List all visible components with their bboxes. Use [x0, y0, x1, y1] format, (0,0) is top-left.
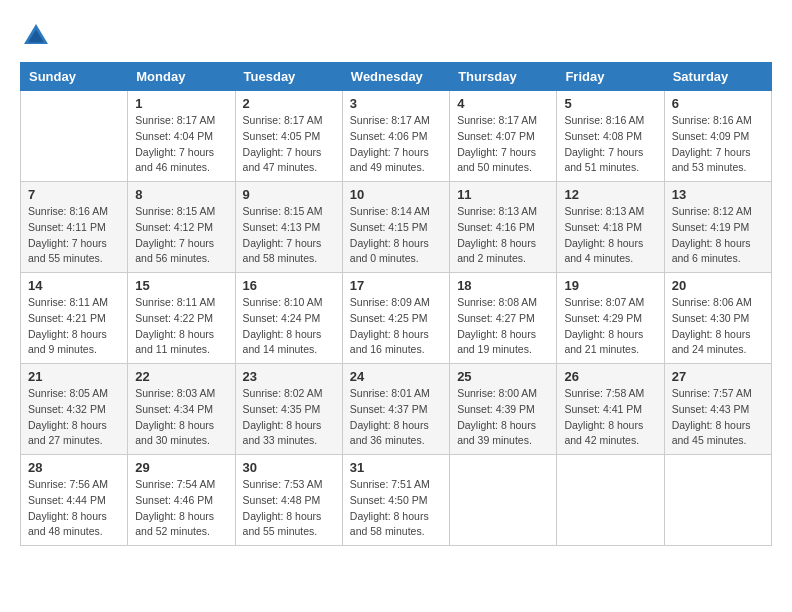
day-detail: Sunrise: 7:54 AMSunset: 4:46 PMDaylight:…	[135, 478, 215, 537]
table-cell: 9 Sunrise: 8:15 AMSunset: 4:13 PMDayligh…	[235, 182, 342, 273]
week-row-1: 1 Sunrise: 8:17 AMSunset: 4:04 PMDayligh…	[21, 91, 772, 182]
day-detail: Sunrise: 8:03 AMSunset: 4:34 PMDaylight:…	[135, 387, 215, 446]
day-detail: Sunrise: 7:51 AMSunset: 4:50 PMDaylight:…	[350, 478, 430, 537]
day-number: 12	[564, 187, 656, 202]
day-number: 15	[135, 278, 227, 293]
day-detail: Sunrise: 8:11 AMSunset: 4:21 PMDaylight:…	[28, 296, 108, 355]
day-detail: Sunrise: 8:17 AMSunset: 4:04 PMDaylight:…	[135, 114, 215, 173]
table-cell: 26 Sunrise: 7:58 AMSunset: 4:41 PMDaylig…	[557, 364, 664, 455]
day-detail: Sunrise: 8:12 AMSunset: 4:19 PMDaylight:…	[672, 205, 752, 264]
day-number: 28	[28, 460, 120, 475]
col-thursday: Thursday	[450, 63, 557, 91]
day-detail: Sunrise: 8:17 AMSunset: 4:05 PMDaylight:…	[243, 114, 323, 173]
table-cell: 6 Sunrise: 8:16 AMSunset: 4:09 PMDayligh…	[664, 91, 771, 182]
table-cell: 8 Sunrise: 8:15 AMSunset: 4:12 PMDayligh…	[128, 182, 235, 273]
table-cell: 17 Sunrise: 8:09 AMSunset: 4:25 PMDaylig…	[342, 273, 449, 364]
header-row: Sunday Monday Tuesday Wednesday Thursday…	[21, 63, 772, 91]
day-detail: Sunrise: 8:14 AMSunset: 4:15 PMDaylight:…	[350, 205, 430, 264]
day-number: 7	[28, 187, 120, 202]
table-cell: 18 Sunrise: 8:08 AMSunset: 4:27 PMDaylig…	[450, 273, 557, 364]
day-number: 25	[457, 369, 549, 384]
day-detail: Sunrise: 8:05 AMSunset: 4:32 PMDaylight:…	[28, 387, 108, 446]
day-detail: Sunrise: 8:10 AMSunset: 4:24 PMDaylight:…	[243, 296, 323, 355]
header	[20, 20, 772, 52]
table-cell: 13 Sunrise: 8:12 AMSunset: 4:19 PMDaylig…	[664, 182, 771, 273]
logo	[20, 20, 56, 52]
week-row-4: 21 Sunrise: 8:05 AMSunset: 4:32 PMDaylig…	[21, 364, 772, 455]
day-number: 5	[564, 96, 656, 111]
table-cell	[450, 455, 557, 546]
table-cell: 2 Sunrise: 8:17 AMSunset: 4:05 PMDayligh…	[235, 91, 342, 182]
table-cell	[557, 455, 664, 546]
day-number: 6	[672, 96, 764, 111]
day-number: 21	[28, 369, 120, 384]
table-cell: 10 Sunrise: 8:14 AMSunset: 4:15 PMDaylig…	[342, 182, 449, 273]
table-cell: 25 Sunrise: 8:00 AMSunset: 4:39 PMDaylig…	[450, 364, 557, 455]
day-number: 18	[457, 278, 549, 293]
table-cell: 19 Sunrise: 8:07 AMSunset: 4:29 PMDaylig…	[557, 273, 664, 364]
day-number: 23	[243, 369, 335, 384]
day-number: 20	[672, 278, 764, 293]
day-number: 13	[672, 187, 764, 202]
day-number: 16	[243, 278, 335, 293]
table-cell: 27 Sunrise: 7:57 AMSunset: 4:43 PMDaylig…	[664, 364, 771, 455]
day-number: 1	[135, 96, 227, 111]
day-number: 31	[350, 460, 442, 475]
day-detail: Sunrise: 8:13 AMSunset: 4:18 PMDaylight:…	[564, 205, 644, 264]
day-detail: Sunrise: 7:58 AMSunset: 4:41 PMDaylight:…	[564, 387, 644, 446]
table-cell: 31 Sunrise: 7:51 AMSunset: 4:50 PMDaylig…	[342, 455, 449, 546]
table-cell: 16 Sunrise: 8:10 AMSunset: 4:24 PMDaylig…	[235, 273, 342, 364]
col-wednesday: Wednesday	[342, 63, 449, 91]
day-detail: Sunrise: 8:08 AMSunset: 4:27 PMDaylight:…	[457, 296, 537, 355]
table-cell: 15 Sunrise: 8:11 AMSunset: 4:22 PMDaylig…	[128, 273, 235, 364]
table-cell: 20 Sunrise: 8:06 AMSunset: 4:30 PMDaylig…	[664, 273, 771, 364]
day-detail: Sunrise: 8:02 AMSunset: 4:35 PMDaylight:…	[243, 387, 323, 446]
week-row-2: 7 Sunrise: 8:16 AMSunset: 4:11 PMDayligh…	[21, 182, 772, 273]
day-number: 4	[457, 96, 549, 111]
col-monday: Monday	[128, 63, 235, 91]
day-detail: Sunrise: 8:16 AMSunset: 4:09 PMDaylight:…	[672, 114, 752, 173]
day-detail: Sunrise: 8:07 AMSunset: 4:29 PMDaylight:…	[564, 296, 644, 355]
day-detail: Sunrise: 8:06 AMSunset: 4:30 PMDaylight:…	[672, 296, 752, 355]
table-cell: 11 Sunrise: 8:13 AMSunset: 4:16 PMDaylig…	[450, 182, 557, 273]
week-row-5: 28 Sunrise: 7:56 AMSunset: 4:44 PMDaylig…	[21, 455, 772, 546]
table-cell: 12 Sunrise: 8:13 AMSunset: 4:18 PMDaylig…	[557, 182, 664, 273]
day-detail: Sunrise: 8:11 AMSunset: 4:22 PMDaylight:…	[135, 296, 215, 355]
day-detail: Sunrise: 8:17 AMSunset: 4:06 PMDaylight:…	[350, 114, 430, 173]
day-detail: Sunrise: 8:09 AMSunset: 4:25 PMDaylight:…	[350, 296, 430, 355]
logo-icon	[20, 20, 52, 52]
day-number: 14	[28, 278, 120, 293]
day-detail: Sunrise: 8:16 AMSunset: 4:11 PMDaylight:…	[28, 205, 108, 264]
col-sunday: Sunday	[21, 63, 128, 91]
day-detail: Sunrise: 8:15 AMSunset: 4:12 PMDaylight:…	[135, 205, 215, 264]
table-cell: 24 Sunrise: 8:01 AMSunset: 4:37 PMDaylig…	[342, 364, 449, 455]
day-detail: Sunrise: 8:00 AMSunset: 4:39 PMDaylight:…	[457, 387, 537, 446]
table-cell: 29 Sunrise: 7:54 AMSunset: 4:46 PMDaylig…	[128, 455, 235, 546]
day-detail: Sunrise: 8:17 AMSunset: 4:07 PMDaylight:…	[457, 114, 537, 173]
table-cell: 3 Sunrise: 8:17 AMSunset: 4:06 PMDayligh…	[342, 91, 449, 182]
table-cell	[21, 91, 128, 182]
table-cell	[664, 455, 771, 546]
day-number: 19	[564, 278, 656, 293]
day-detail: Sunrise: 8:01 AMSunset: 4:37 PMDaylight:…	[350, 387, 430, 446]
table-cell: 5 Sunrise: 8:16 AMSunset: 4:08 PMDayligh…	[557, 91, 664, 182]
day-number: 2	[243, 96, 335, 111]
table-cell: 23 Sunrise: 8:02 AMSunset: 4:35 PMDaylig…	[235, 364, 342, 455]
week-row-3: 14 Sunrise: 8:11 AMSunset: 4:21 PMDaylig…	[21, 273, 772, 364]
day-detail: Sunrise: 7:56 AMSunset: 4:44 PMDaylight:…	[28, 478, 108, 537]
col-saturday: Saturday	[664, 63, 771, 91]
day-number: 10	[350, 187, 442, 202]
col-tuesday: Tuesday	[235, 63, 342, 91]
day-number: 27	[672, 369, 764, 384]
day-number: 9	[243, 187, 335, 202]
day-number: 3	[350, 96, 442, 111]
table-cell: 21 Sunrise: 8:05 AMSunset: 4:32 PMDaylig…	[21, 364, 128, 455]
day-number: 17	[350, 278, 442, 293]
day-detail: Sunrise: 8:15 AMSunset: 4:13 PMDaylight:…	[243, 205, 323, 264]
table-cell: 4 Sunrise: 8:17 AMSunset: 4:07 PMDayligh…	[450, 91, 557, 182]
day-detail: Sunrise: 8:13 AMSunset: 4:16 PMDaylight:…	[457, 205, 537, 264]
col-friday: Friday	[557, 63, 664, 91]
day-number: 29	[135, 460, 227, 475]
table-cell: 14 Sunrise: 8:11 AMSunset: 4:21 PMDaylig…	[21, 273, 128, 364]
day-number: 24	[350, 369, 442, 384]
